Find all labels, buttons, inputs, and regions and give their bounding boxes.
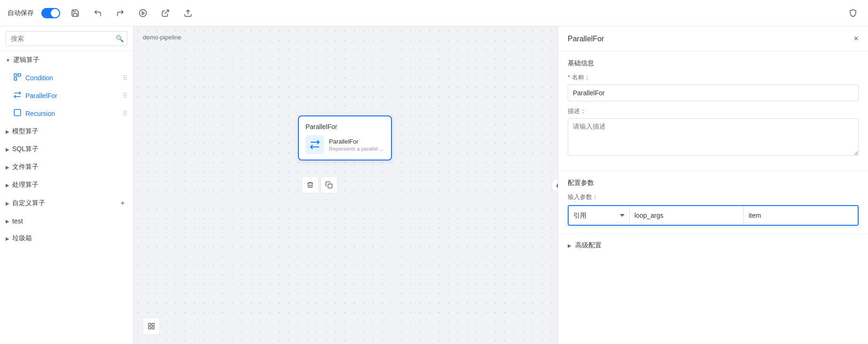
sidebar-item-recursion[interactable]: Recursion ⠿: [0, 105, 133, 122]
right-panel-title: ParallelFor: [568, 35, 604, 43]
sidebar-item-condition[interactable]: Condition ⠿: [0, 69, 133, 87]
parallelfor-icon: [13, 91, 22, 101]
svg-marker-1: [142, 12, 145, 15]
minimap-button[interactable]: [143, 318, 160, 335]
custom-arrow-icon: ▶: [6, 201, 9, 206]
param-alias-input[interactable]: [744, 206, 858, 225]
node-info: ParallelFor Represents a parallel ...: [329, 138, 383, 152]
svg-rect-3: [14, 74, 16, 76]
import-button[interactable]: [180, 6, 195, 21]
trash-group-label: 垃圾箱: [12, 234, 32, 243]
process-arrow-icon: ▶: [6, 183, 9, 188]
model-group-label: 模型算子: [12, 127, 39, 136]
param-value-input[interactable]: [630, 206, 744, 225]
right-panel-header: ParallelFor ×: [558, 26, 868, 52]
desc-field-label: 描述：: [568, 107, 859, 115]
parallelfor-label: ParallelFor: [25, 92, 119, 99]
custom-group-label: 自定义算子: [12, 199, 45, 207]
model-arrow-icon: ▶: [6, 129, 9, 134]
sidebar-collapse-button[interactable]: ❮: [551, 179, 558, 192]
main-layout: 🔍 ▼ 逻辑算子 Condition ⠿ ParallelFor ⠿: [0, 26, 868, 344]
sidebar-group-process[interactable]: ▶ 处理算子: [0, 176, 133, 194]
recursion-icon: [13, 108, 22, 119]
export-button[interactable]: [158, 6, 173, 21]
sidebar-group-model[interactable]: ▶ 模型算子: [0, 122, 133, 140]
canvas-pipeline-label: demo-pipeline: [143, 34, 181, 41]
advanced-arrow-icon: ▶: [568, 243, 571, 248]
parallelfor-drag-handle[interactable]: ⠿: [123, 92, 127, 99]
sidebar-group-custom[interactable]: ▶ 自定义算子 +: [0, 194, 133, 213]
autosave-toggle[interactable]: [41, 8, 60, 18]
condition-icon: [13, 73, 22, 83]
recursion-drag-handle[interactable]: ⠿: [123, 110, 127, 117]
name-input[interactable]: [568, 84, 859, 101]
sidebar-group-trash[interactable]: ▶ 垃圾箱: [0, 229, 133, 247]
file-arrow-icon: ▶: [6, 165, 9, 170]
param-type-select[interactable]: 引用 直接输入 表达式: [569, 206, 630, 225]
delete-node-button[interactable]: [302, 176, 319, 193]
advanced-label: 高级配置: [575, 241, 602, 250]
canvas-area[interactable]: demo-pipeline ❮ ParallelFor ParallelFor …: [133, 26, 558, 344]
sidebar-search-area: 🔍: [0, 26, 133, 51]
save-button[interactable]: [68, 6, 83, 21]
custom-add-button[interactable]: +: [118, 199, 127, 208]
canvas-node-parallelfor[interactable]: ParallelFor ParallelFor Represents a par…: [298, 115, 392, 161]
sidebar: 🔍 ▼ 逻辑算子 Condition ⠿ ParallelFor ⠿: [0, 26, 133, 344]
node-title: ParallelFor: [305, 123, 384, 130]
search-icon: 🔍: [116, 35, 124, 42]
svg-rect-9: [152, 323, 154, 326]
basic-info-title: 基础信息: [568, 59, 859, 68]
logic-arrow-icon: ▼: [6, 58, 10, 63]
advanced-toggle[interactable]: ▶ 高级配置: [568, 241, 859, 250]
svg-rect-6: [14, 109, 21, 116]
node-body: ParallelFor Represents a parallel ...: [305, 135, 384, 154]
search-input[interactable]: [6, 31, 127, 46]
file-group-label: 文件算子: [12, 163, 39, 171]
trash-arrow-icon: ▶: [6, 236, 9, 241]
name-field-row: * 名称：: [568, 73, 859, 101]
canvas-toolbar: [302, 176, 337, 193]
config-params-section: 配置参数 输入参数： 引用 直接输入 表达式: [558, 171, 868, 234]
header: 自动保存: [0, 0, 868, 26]
test-group-label: test: [12, 217, 23, 225]
undo-button[interactable]: [90, 6, 105, 21]
svg-point-0: [140, 9, 147, 16]
node-desc: Represents a parallel ...: [329, 146, 383, 152]
sidebar-group-file[interactable]: ▶ 文件算子: [0, 158, 133, 176]
redo-button[interactable]: [113, 6, 128, 21]
node-name: ParallelFor: [329, 138, 383, 145]
recursion-label: Recursion: [25, 110, 119, 117]
sidebar-group-logic: ▼ 逻辑算子 Condition ⠿ ParallelFor ⠿: [0, 51, 133, 122]
node-icon: [305, 135, 324, 154]
sidebar-group-test[interactable]: ▶ test: [0, 213, 133, 229]
condition-drag-handle[interactable]: ⠿: [123, 74, 127, 82]
svg-rect-10: [149, 327, 151, 329]
collapse-icon: ❮: [555, 182, 558, 189]
advanced-section: ▶ 高级配置: [558, 234, 868, 257]
run-button[interactable]: [135, 6, 150, 21]
logic-group-label: 逻辑算子: [13, 56, 39, 64]
config-params-title: 配置参数: [568, 179, 859, 187]
desc-textarea[interactable]: [568, 118, 859, 156]
svg-rect-4: [18, 74, 21, 76]
settings-button[interactable]: [845, 6, 860, 21]
autosave-label: 自动保存: [8, 9, 34, 17]
svg-rect-8: [149, 323, 151, 326]
basic-info-section: 基础信息 * 名称： 描述：: [558, 52, 868, 171]
sidebar-group-logic-header[interactable]: ▼ 逻辑算子: [0, 51, 133, 69]
param-inputs-group: 引用 直接输入 表达式: [568, 205, 859, 226]
copy-node-button[interactable]: [321, 176, 337, 193]
svg-rect-11: [152, 327, 154, 329]
input-params-label: 输入参数：: [568, 193, 859, 201]
sidebar-group-sql[interactable]: ▶ SQL算子: [0, 140, 133, 158]
name-field-label: * 名称：: [568, 73, 859, 82]
condition-label: Condition: [25, 74, 119, 82]
sql-arrow-icon: ▶: [6, 147, 9, 152]
test-arrow-icon: ▶: [6, 219, 9, 224]
desc-field-row: 描述：: [568, 107, 859, 158]
sql-group-label: SQL算子: [12, 145, 39, 153]
svg-rect-5: [14, 78, 16, 80]
right-panel: ParallelFor × 基础信息 * 名称： 描述： 配置参数 输入参数：: [558, 26, 868, 344]
sidebar-item-parallelfor[interactable]: ParallelFor ⠿: [0, 87, 133, 105]
right-panel-close-button[interactable]: ×: [853, 34, 859, 44]
